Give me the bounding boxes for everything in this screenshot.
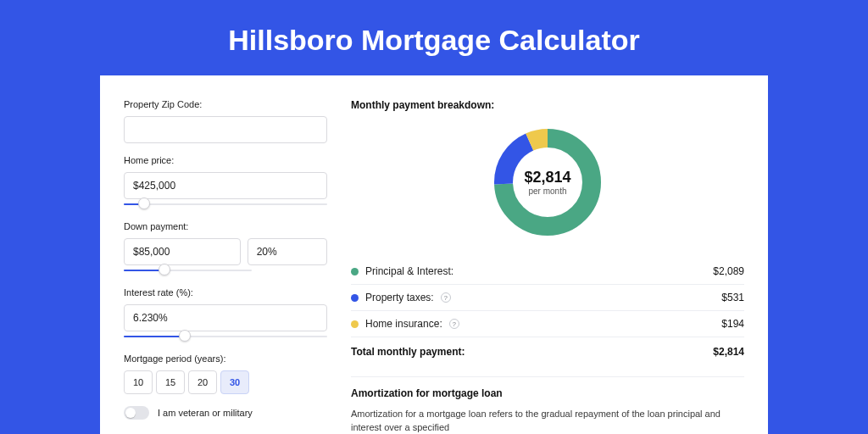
legend-label: Principal & Interest: <box>365 265 453 277</box>
total-value: $2,814 <box>713 346 744 358</box>
home-price-slider[interactable] <box>124 201 327 209</box>
legend-row-total: Total monthly payment: $2,814 <box>351 337 744 373</box>
legend-value: $531 <box>721 292 744 303</box>
legend-value: $194 <box>721 318 744 330</box>
interest-group: Interest rate (%): <box>124 287 327 342</box>
results-column: Monthly payment breakdown: $2,814 per mo… <box>351 99 744 434</box>
info-icon[interactable]: ? <box>449 319 459 329</box>
amort-title: Amortization for mortgage loan <box>351 387 744 399</box>
period-label: Mortgage period (years): <box>124 353 327 364</box>
donut-amount: $2,814 <box>524 169 570 186</box>
legend-value: $2,089 <box>713 265 744 277</box>
calculator-panel: Property Zip Code: Home price: Down paym… <box>100 75 768 434</box>
legend-label: Property taxes: <box>365 292 434 303</box>
down-payment-slider[interactable] <box>124 267 252 275</box>
legend-label: Home insurance: <box>365 318 442 330</box>
period-option-15[interactable]: 15 <box>156 370 185 394</box>
legend: Principal & Interest: $2,089 Property ta… <box>351 259 744 373</box>
breakdown-title: Monthly payment breakdown: <box>351 99 744 111</box>
donut-center: $2,814 per month <box>488 123 607 242</box>
veteran-row: I am veteran or military <box>124 406 327 420</box>
interest-label: Interest rate (%): <box>124 287 327 298</box>
inputs-column: Property Zip Code: Home price: Down paym… <box>124 99 327 434</box>
period-group: Mortgage period (years): 10 15 20 30 <box>124 353 327 394</box>
slider-thumb[interactable] <box>159 264 170 275</box>
zip-label: Property Zip Code: <box>124 99 327 109</box>
total-label: Total monthly payment: <box>351 346 465 358</box>
period-option-20[interactable]: 20 <box>188 370 217 394</box>
home-price-input[interactable] <box>124 172 327 199</box>
legend-row-principal: Principal & Interest: $2,089 <box>351 259 744 285</box>
period-option-10[interactable]: 10 <box>124 370 153 394</box>
dot-icon <box>351 294 359 302</box>
down-payment-group: Down payment: <box>124 221 327 275</box>
zip-input[interactable] <box>124 116 327 143</box>
legend-row-tax: Property taxes: ? $531 <box>351 285 744 311</box>
toggle-knob <box>125 408 136 418</box>
slider-fill <box>124 336 185 337</box>
page-title: Hillsboro Mortgage Calculator <box>0 0 868 75</box>
slider-thumb[interactable] <box>179 330 191 342</box>
slider-track <box>124 203 327 205</box>
slider-thumb[interactable] <box>138 198 150 209</box>
legend-row-insurance: Home insurance: ? $194 <box>351 311 744 337</box>
interest-input[interactable] <box>124 304 327 331</box>
interest-slider[interactable] <box>124 333 327 342</box>
donut-chart-wrap: $2,814 per month <box>351 123 744 242</box>
donut-chart: $2,814 per month <box>488 123 607 242</box>
down-payment-label: Down payment: <box>124 221 327 231</box>
info-icon[interactable]: ? <box>441 292 451 303</box>
zip-group: Property Zip Code: <box>124 99 327 143</box>
down-payment-input[interactable] <box>124 238 241 265</box>
veteran-toggle[interactable] <box>124 406 149 420</box>
donut-sub: per month <box>528 186 566 196</box>
amort-text: Amortization for a mortgage loan refers … <box>351 408 744 434</box>
period-segmented: 10 15 20 30 <box>124 370 327 394</box>
dot-icon <box>351 320 359 328</box>
divider <box>351 376 744 377</box>
veteran-label: I am veteran or military <box>158 408 253 418</box>
home-price-group: Home price: <box>124 155 327 209</box>
down-payment-pct-input[interactable] <box>248 238 327 265</box>
period-option-30[interactable]: 30 <box>220 370 249 394</box>
home-price-label: Home price: <box>124 155 327 165</box>
dot-icon <box>351 268 359 275</box>
